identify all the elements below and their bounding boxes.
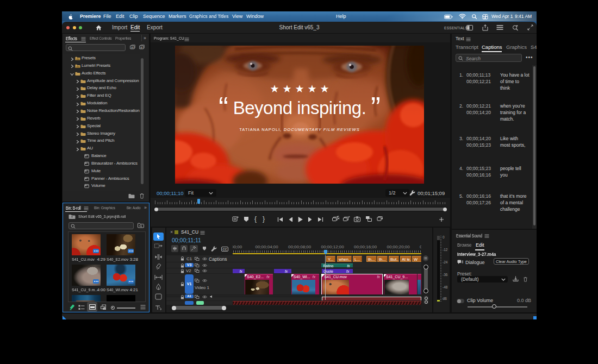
svg-text:32: 32	[140, 47, 142, 49]
svg-text:25: 25	[131, 47, 133, 49]
